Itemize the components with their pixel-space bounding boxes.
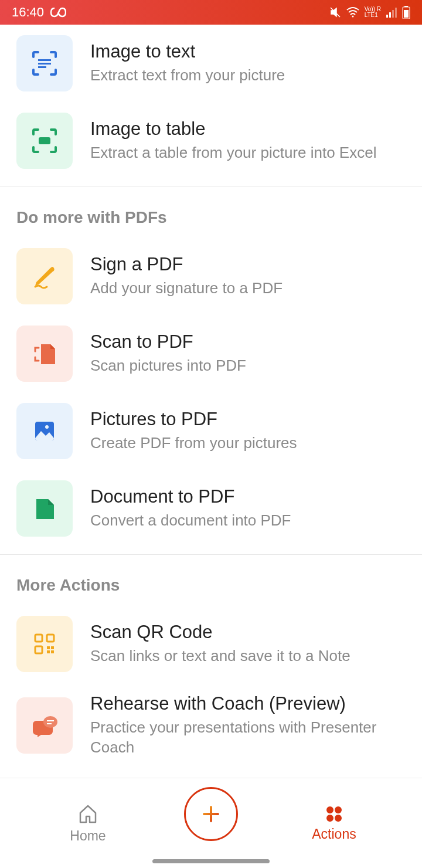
svg-rect-9 [38, 63, 51, 65]
svg-rect-11 [39, 137, 50, 144]
pictures-to-pdf-icon [16, 403, 73, 459]
svg-rect-3 [392, 10, 394, 18]
svg-point-25 [326, 806, 333, 813]
signal-icon [386, 7, 397, 18]
action-desc: Add your signature to a PDF [90, 279, 406, 299]
image-to-table-icon [16, 113, 73, 169]
scan-to-pdf-icon [16, 326, 73, 382]
content-area: Image to text Extract text from your pic… [0, 25, 422, 778]
action-image-to-table[interactable]: Image to table Extract a table from your… [0, 102, 422, 179]
status-right: Vo)) R LTE1 [329, 6, 410, 19]
nav-label: Actions [312, 826, 356, 842]
svg-rect-17 [47, 646, 50, 649]
svg-rect-4 [395, 8, 397, 18]
status-left: 16:40 [12, 5, 66, 20]
image-to-text-icon [16, 35, 73, 91]
actions-icon [323, 804, 345, 823]
fab-wrap [176, 787, 246, 841]
action-desc: Scan pictures into PDF [90, 356, 406, 376]
svg-point-26 [335, 806, 342, 813]
action-title: Scan QR Code [90, 622, 406, 643]
qr-code-icon [16, 616, 73, 672]
rehearse-coach-icon [16, 697, 73, 754]
section-header-more: More Actions [0, 562, 422, 605]
svg-rect-2 [389, 12, 391, 18]
action-text: Sign a PDF Add your signature to a PDF [90, 254, 406, 299]
action-desc: Create PDF from your pictures [90, 433, 406, 453]
action-desc: Extract a table from your picture into E… [90, 143, 406, 163]
wifi-icon [346, 6, 360, 18]
svg-point-0 [352, 16, 353, 18]
svg-rect-10 [38, 66, 46, 68]
sign-pdf-icon [16, 248, 73, 304]
action-title: Document to PDF [90, 486, 406, 507]
action-title: Image to table [90, 118, 406, 140]
nav-home[interactable]: Home [0, 802, 176, 844]
action-desc: Scan links or text and save it to a Note [90, 646, 406, 666]
action-title: Rehearse with Coach (Preview) [90, 693, 406, 714]
battery-icon [402, 6, 410, 19]
svg-rect-15 [47, 635, 54, 642]
svg-point-22 [43, 716, 57, 728]
divider [0, 554, 422, 555]
action-text: Scan QR Code Scan links or text and save… [90, 622, 406, 666]
action-title: Pictures to PDF [90, 409, 406, 430]
action-sign-pdf[interactable]: Sign a PDF Add your signature to a PDF [0, 238, 422, 315]
action-document-to-pdf[interactable]: Document to PDF Convert a document into … [0, 470, 422, 547]
section-header-pdf: Do more with PDFs [0, 194, 422, 238]
action-text: Document to PDF Convert a document into … [90, 486, 406, 531]
action-image-to-text[interactable]: Image to text Extract text from your pic… [0, 25, 422, 102]
divider [0, 187, 422, 187]
svg-point-28 [335, 815, 342, 822]
action-title: Sign a PDF [90, 254, 406, 275]
svg-rect-20 [51, 650, 54, 653]
action-scan-qr[interactable]: Scan QR Code Scan links or text and save… [0, 605, 422, 683]
action-pictures-to-pdf[interactable]: Pictures to PDF Create PDF from your pic… [0, 392, 422, 470]
mute-icon [329, 6, 341, 18]
action-scan-to-pdf[interactable]: Scan to PDF Scan pictures into PDF [0, 315, 422, 392]
action-text: Image to table Extract a table from your… [90, 118, 406, 163]
status-time: 16:40 [12, 5, 44, 20]
nav-actions[interactable]: Actions [246, 804, 422, 842]
fab-create[interactable] [184, 787, 238, 841]
svg-point-13 [45, 425, 49, 429]
action-title: Scan to PDF [90, 331, 406, 352]
status-bar: 16:40 Vo)) R LTE1 [0, 0, 422, 25]
nav-label: Home [70, 828, 106, 844]
document-to-pdf-icon [16, 480, 73, 537]
action-desc: Practice your presentations with Present… [90, 718, 406, 758]
action-text: Scan to PDF Scan pictures into PDF [90, 331, 406, 376]
action-text: Pictures to PDF Create PDF from your pic… [90, 409, 406, 453]
action-title: Image to text [90, 41, 406, 62]
svg-rect-8 [38, 59, 51, 61]
svg-rect-18 [51, 646, 54, 649]
home-icon [77, 802, 99, 825]
bottom-nav: Home Actions [0, 778, 422, 868]
svg-rect-16 [35, 646, 42, 653]
svg-rect-19 [47, 650, 50, 653]
authenticator-icon [50, 7, 66, 18]
action-desc: Convert a document into PDF [90, 511, 406, 531]
action-text: Image to text Extract text from your pic… [90, 41, 406, 86]
gesture-bar[interactable] [152, 859, 270, 863]
action-rehearse-coach[interactable]: Rehearse with Coach (Preview) Practice y… [0, 683, 422, 768]
plus-icon [200, 803, 222, 825]
action-text: Rehearse with Coach (Preview) Practice y… [90, 693, 406, 758]
svg-rect-23 [47, 720, 54, 721]
action-desc: Extract text from your picture [90, 66, 406, 86]
network-label: Vo)) R LTE1 [365, 6, 381, 18]
svg-point-27 [326, 815, 333, 822]
svg-rect-24 [47, 723, 52, 724]
svg-rect-7 [404, 10, 409, 18]
svg-rect-14 [35, 635, 42, 642]
svg-rect-1 [386, 15, 388, 18]
